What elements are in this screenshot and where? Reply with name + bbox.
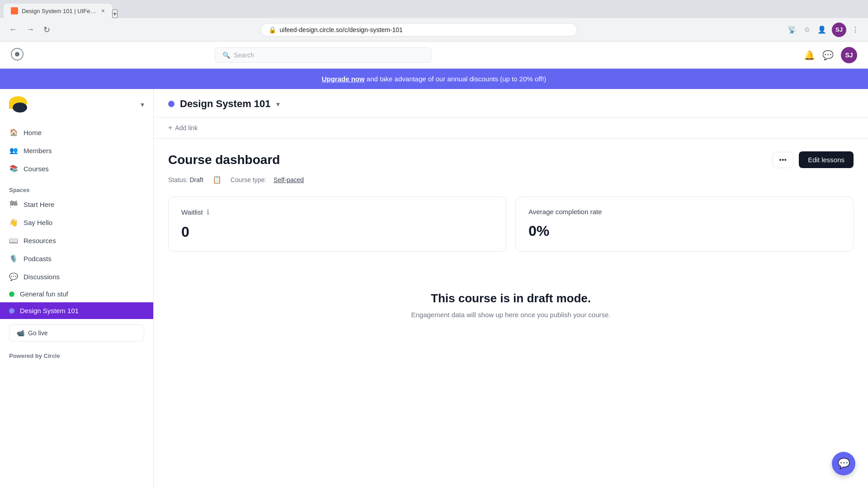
dashboard-header: Course dashboard ••• Edit lessons	[168, 151, 854, 168]
discussions-icon: 💬	[9, 272, 18, 281]
waitlist-value: 0	[181, 224, 493, 240]
menu-button[interactable]: ⋮	[850, 23, 861, 36]
sidebar-item-say-hello[interactable]: 👋 Say Hello	[0, 213, 153, 231]
sidebar-label-say-hello: Say Hello	[24, 219, 52, 226]
waitlist-info-icon[interactable]: ℹ	[207, 208, 209, 216]
sidebar-item-courses[interactable]: 📚 Courses	[0, 160, 153, 178]
status-badge: Status: Draft	[168, 176, 203, 183]
more-options-button[interactable]: •••	[772, 152, 793, 168]
sidebar-item-home[interactable]: 🏠 Home	[0, 123, 153, 141]
course-type-icon: 📋	[212, 175, 222, 184]
sidebar-label-members: Members	[24, 147, 52, 155]
dashboard-content: Course dashboard ••• Edit lessons Status…	[154, 139, 868, 349]
draft-mode-subtitle: Engagement data will show up here once y…	[177, 311, 844, 319]
url-bar[interactable]: 🔒 uifeed-design.circle.so/c/design-syste…	[261, 23, 577, 37]
browser-actions: 📡 ☆ 👤 SJ ⋮	[786, 23, 861, 37]
tab-title: Design System 101 | UIFeed Desi...	[22, 8, 98, 14]
resources-icon: 📖	[9, 236, 18, 245]
dashboard-actions: ••• Edit lessons	[772, 151, 854, 168]
add-link-button[interactable]: + Add link	[168, 124, 198, 132]
add-link-label: Add link	[175, 124, 198, 131]
home-icon: 🏠	[9, 128, 18, 137]
sidebar-label-design-system: Design System 101	[20, 307, 79, 314]
address-bar-container: ← → ↻ 🔒 uifeed-design.circle.so/c/design…	[0, 18, 868, 42]
sidebar-nav: 🏠 Home 👥 Members 📚 Courses	[0, 120, 153, 181]
message-button[interactable]: 💬	[822, 50, 834, 61]
svg-point-1	[15, 52, 19, 56]
app-logo[interactable]	[11, 48, 25, 62]
course-title: Design System 101	[180, 98, 271, 110]
circle-brand: Circle	[44, 352, 60, 359]
forward-button[interactable]: →	[24, 23, 36, 36]
profile-icon-button[interactable]: 👤	[816, 23, 828, 36]
spaces-section-label: Spaces	[0, 181, 153, 195]
sidebar-item-podcasts[interactable]: 🎙️ Podcasts	[0, 249, 153, 267]
sidebar-item-general-fun[interactable]: General fun stuf	[0, 286, 153, 302]
sidebar-label-general-fun: General fun stuf	[20, 290, 68, 298]
podcasts-icon: 🎙️	[9, 254, 18, 263]
sidebar-label-courses: Courses	[24, 165, 49, 173]
sidebar-item-start-here[interactable]: 🏁 Start Here	[0, 195, 153, 213]
add-link-bar: + Add link	[154, 117, 868, 139]
sidebar-label-start-here: Start Here	[24, 201, 54, 208]
sidebar-label-discussions: Discussions	[24, 273, 60, 281]
draft-mode-title: This course is in draft mode.	[177, 291, 844, 305]
course-type-info: Course type: Self-paced	[231, 176, 304, 183]
lock-icon: 🔒	[269, 26, 276, 33]
browser-tab-bar: Design System 101 | UIFeed Desi... × +	[0, 0, 868, 18]
new-tab-button[interactable]: +	[112, 9, 118, 18]
active-tab[interactable]: Design System 101 | UIFeed Desi... ×	[4, 4, 112, 18]
upgrade-link[interactable]: Upgrade now	[322, 75, 365, 83]
main-layout: ▾ 🏠 Home 👥 Members 📚 Courses	[0, 89, 868, 488]
completion-rate-card: Average completion rate 0%	[515, 197, 854, 252]
tab-close-button[interactable]: ×	[101, 7, 105, 14]
cast-button[interactable]: 📡	[786, 23, 798, 36]
course-meta: Status: Draft 📋 Course type: Self-paced	[168, 175, 854, 184]
waitlist-card: Waitlist ℹ 0	[168, 197, 506, 252]
incognito-profile-button[interactable]: SJ	[832, 23, 846, 37]
edit-lessons-button[interactable]: Edit lessons	[799, 151, 854, 168]
course-type-link[interactable]: Self-paced	[274, 176, 304, 183]
logo-dark-shape	[13, 103, 27, 113]
refresh-button[interactable]: ↻	[42, 23, 52, 37]
sidebar-label-podcasts: Podcasts	[24, 255, 52, 263]
status-value: Draft	[189, 176, 203, 183]
top-nav: 🔍 Search 🔔 💬 SJ	[0, 42, 868, 69]
sidebar-label-home: Home	[24, 129, 42, 136]
design-system-dot	[9, 308, 14, 314]
bookmark-button[interactable]: ☆	[802, 23, 812, 36]
add-link-plus-icon: +	[168, 124, 172, 132]
promo-banner: Upgrade now and take advantage of our an…	[0, 69, 868, 89]
completion-label: Average completion rate	[528, 208, 840, 216]
tab-favicon	[11, 7, 18, 14]
search-placeholder: Search	[234, 52, 254, 59]
course-dropdown-icon[interactable]: ▾	[276, 100, 280, 108]
spaces-list: 🏁 Start Here 👋 Say Hello 📖 Resources 🎙️ …	[0, 195, 153, 319]
search-bar[interactable]: 🔍 Search	[215, 47, 432, 63]
promo-text: and take advantage of our annual discoun…	[365, 75, 547, 83]
user-avatar-button[interactable]: SJ	[841, 47, 857, 63]
draft-section: This course is in draft mode. Engagement…	[168, 273, 854, 337]
sidebar-logo	[9, 96, 31, 113]
sidebar-item-design-system[interactable]: Design System 101	[0, 302, 153, 319]
go-live-label: Go live	[28, 329, 48, 337]
go-live-button[interactable]: 📹 Go live	[9, 324, 144, 342]
url-text: uifeed-design.circle.so/c/design-system-…	[280, 26, 570, 33]
go-live-icon: 📹	[17, 329, 24, 337]
sidebar-header: ▾	[0, 89, 153, 120]
app-container: 🔍 Search 🔔 💬 SJ Upgrade now and take adv…	[0, 42, 868, 488]
sidebar: ▾ 🏠 Home 👥 Members 📚 Courses	[0, 89, 154, 488]
sidebar-item-members[interactable]: 👥 Members	[0, 141, 153, 160]
start-here-icon: 🏁	[9, 200, 18, 209]
sidebar-label-resources: Resources	[24, 237, 56, 244]
powered-by: Powered by Circle	[0, 347, 153, 365]
chat-bubble-button[interactable]: 💬	[832, 452, 855, 475]
course-header: Design System 101 ▾	[154, 89, 868, 117]
chat-bubble-icon: 💬	[838, 458, 850, 469]
courses-icon: 📚	[9, 164, 18, 173]
sidebar-item-discussions[interactable]: 💬 Discussions	[0, 267, 153, 286]
notification-button[interactable]: 🔔	[804, 50, 815, 61]
back-button[interactable]: ←	[7, 23, 19, 36]
sidebar-collapse-button[interactable]: ▾	[141, 100, 144, 109]
sidebar-item-resources[interactable]: 📖 Resources	[0, 231, 153, 249]
